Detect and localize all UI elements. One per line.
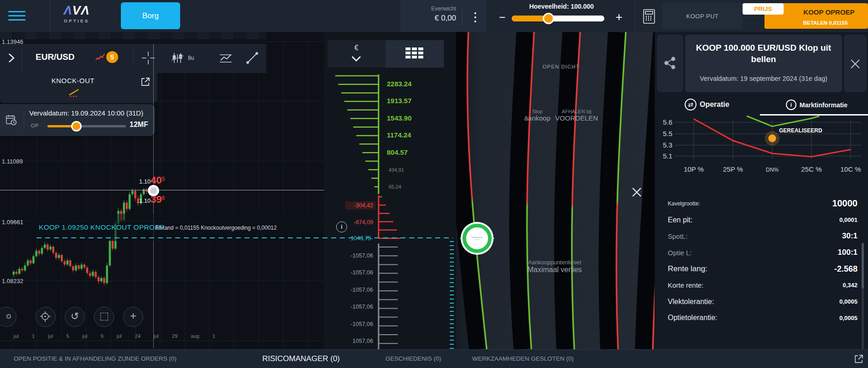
order-info-panel: KOOP 100.000 EUR/USD Klop uit bellen Ver… [655, 32, 868, 349]
info-row-value: 100:1 [838, 248, 858, 257]
timeframe-button[interactable]: 8u [188, 55, 194, 61]
undo-rotate-button[interactable]: ↺ [65, 307, 85, 327]
candle [44, 244, 46, 247]
kebab-menu-icon[interactable] [474, 10, 477, 25]
loss-value: -674,09 [354, 219, 373, 226]
info-row-value: 30:1 [842, 231, 858, 241]
candle [13, 272, 15, 274]
candle [129, 194, 131, 209]
swap-arrows-icon[interactable]: ⇄ [685, 99, 696, 110]
candle [75, 265, 77, 270]
realized-vol-marker[interactable] [769, 135, 776, 142]
buy-limit-label: Aankooppuntenlimiet Maximaal verlies [504, 259, 605, 274]
alerts-badge[interactable]: 5 [106, 51, 118, 63]
quantity-slider-thumb[interactable] [543, 13, 554, 24]
crosshair-tool-icon[interactable] [140, 50, 156, 66]
chart-type-icon[interactable] [218, 50, 234, 66]
payoff-panel: € 2283.241913.571543.901174.24804.57434,… [324, 32, 655, 349]
hamburger-menu-icon[interactable] [8, 8, 26, 23]
max-loss-value: -1057,06 [351, 321, 373, 327]
info-row-value: 0,0001 [839, 216, 858, 223]
tab-closed-trades[interactable]: WERKZAAMHEDEN GESLOTEN (0) [472, 355, 574, 362]
order-subtitle: Vervaldatum: 19 september 2024 (31e dag) [685, 75, 842, 82]
barrier-bands [456, 32, 655, 349]
quantity-plus-button[interactable]: + [612, 10, 626, 24]
info-icon[interactable]: i [336, 221, 347, 232]
open-external-icon[interactable] [854, 354, 864, 364]
info-row-value: 0,342 [842, 282, 858, 289]
info-row: Optietolerantie:0,0005 [655, 310, 868, 326]
tab-open-positions[interactable]: OPEN POSITIE & IN AFHANDELING ZIJNDE ORD… [14, 355, 177, 362]
max-loss-value: -1057,06 [351, 287, 373, 293]
target-tool-button[interactable] [36, 307, 56, 327]
smile-x-tick: DN% [766, 167, 779, 173]
trendline-tool-icon[interactable] [244, 50, 260, 66]
candle [134, 191, 136, 199]
candle [98, 277, 100, 281]
chart-panel: 1.13946 1.11089 1.09661 1.08232 EUR/USD … [0, 32, 324, 349]
info-icon[interactable]: i [786, 100, 796, 110]
barrier-value: 1043,75- [351, 235, 373, 242]
candle [38, 251, 41, 253]
knockout-strategy-icon [68, 88, 81, 98]
candle [103, 278, 105, 283]
quantity-minus-button[interactable]: − [495, 11, 509, 25]
bottom-tab-bar: OPEN POSITIE & IN AFHANDELING ZIJNDE ORD… [0, 349, 868, 368]
info-row: Een pit:0,0001 [655, 212, 868, 228]
betalen-label: BETALEN 0,01155 [783, 20, 868, 26]
divider [50, 0, 51, 32]
scrollbar-thumb[interactable] [862, 243, 864, 289]
koop-put-button[interactable]: KOOP PUT [662, 3, 743, 29]
open-external-icon[interactable] [140, 77, 151, 87]
order-title-card: KOOP 100.000 EUR/USD Klop uit bellen Ver… [685, 35, 842, 92]
price-axis-label: 1.08232 [2, 278, 23, 284]
close-panel-button[interactable] [844, 35, 867, 92]
tab-operatie-label[interactable]: Operatie [700, 100, 729, 109]
balance-label: Evenwicht [431, 5, 456, 12]
candle [83, 265, 86, 268]
close-icon[interactable] [631, 187, 642, 198]
chart-tool-button[interactable] [0, 307, 16, 327]
currency-selector[interactable]: € [327, 40, 385, 68]
smile-x-tick: 25C % [801, 165, 821, 173]
candle [35, 251, 37, 256]
share-button[interactable] [657, 35, 683, 92]
candle [109, 240, 111, 265]
tab-history[interactable]: GESCHIEDENIS (0) [385, 355, 441, 362]
max-loss-value: -1057,06 [351, 252, 373, 259]
bid-price: 1.10396 [139, 194, 165, 205]
info-row-label: Korte rente: [668, 281, 703, 289]
borg-button[interactable]: Borg [121, 2, 180, 29]
selection-tool-button[interactable] [94, 307, 114, 327]
balance-box: Evenwicht € 0,00 [400, 0, 486, 32]
prijs-button[interactable]: PRIJS [743, 3, 784, 15]
candle [24, 265, 26, 270]
logo-mark: ΛVΛ [54, 4, 99, 18]
smile-y-tick: 5.5 [663, 130, 672, 137]
symbol-label[interactable]: EUR/USD [36, 52, 75, 62]
tab-risk-manager[interactable]: RISICOMANAGER (0) [262, 354, 340, 363]
expand-panel-button[interactable] [0, 44, 22, 72]
knockout-card: KNOCK-OUT [0, 72, 157, 103]
profit-value: 1543.90 [387, 114, 411, 122]
add-tool-button[interactable]: + [123, 307, 143, 327]
divider [462, 6, 463, 26]
info-row-label: SpotL: [668, 232, 687, 240]
profit-value: 2283.24 [387, 80, 412, 88]
info-row: Korte rente:0,342 [655, 277, 868, 294]
koop-oproep-label: KOOP OPROEP [790, 8, 868, 16]
info-row-label: Kavelgrootte: [668, 200, 700, 207]
expiry-slider-thumb[interactable] [71, 121, 82, 131]
open-close-label: OPEN DICHT [525, 64, 598, 69]
calculator-icon[interactable] [641, 8, 657, 25]
candle [55, 253, 57, 258]
tab-marktinformatie-label[interactable]: Marktinformatie [800, 101, 847, 109]
grid-view-button[interactable] [385, 40, 444, 68]
candle [81, 265, 83, 269]
position-label[interactable]: KOOP 1.09250 KNOCKOUT OPROEP [39, 223, 165, 231]
profit-value-minor: 65,24 [389, 184, 401, 189]
candle [47, 244, 49, 249]
indicators-icon[interactable] [170, 50, 185, 66]
info-row-label: Vlektolerantie: [668, 298, 714, 306]
grid-icon [405, 47, 425, 61]
